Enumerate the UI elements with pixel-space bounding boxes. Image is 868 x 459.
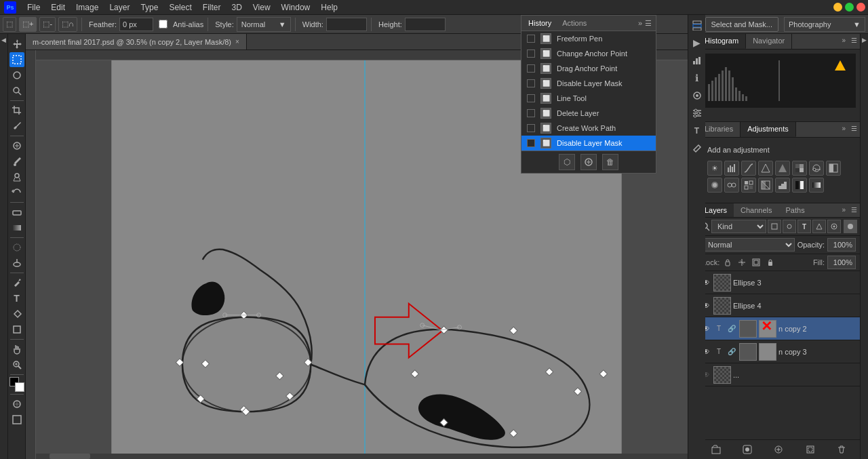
layer-row-ellipse3[interactable]: 👁 Ellipse 3: [698, 271, 860, 294]
add-group-btn[interactable]: [709, 443, 723, 456]
sidebar-adjust-icon[interactable]: [690, 106, 705, 121]
history-item-5[interactable]: ⬜ Delete Layer: [521, 106, 656, 121]
layer-row-ncopy2[interactable]: 👁 T 🔗 ✕ n copy 2: [698, 317, 860, 340]
navigator-tab[interactable]: Navigator: [746, 34, 792, 49]
history-item-3[interactable]: ⬜ Disable Layer Mask: [521, 76, 656, 91]
width-input[interactable]: [326, 18, 367, 31]
eraser-tool[interactable]: [9, 205, 24, 220]
blend-mode-select[interactable]: Normal: [702, 238, 795, 252]
maximize-button[interactable]: [845, 3, 854, 12]
history-checkbox-6[interactable]: [527, 124, 535, 132]
filter-smart-btn[interactable]: [827, 220, 841, 233]
eyedropper-tool[interactable]: [9, 119, 24, 134]
history-checkbox-3[interactable]: [527, 79, 535, 87]
menu-type[interactable]: Type: [135, 1, 163, 14]
anti-alias-checkbox[interactable]: [159, 20, 167, 28]
filter-adjust-btn[interactable]: [783, 220, 796, 233]
sidebar-play-icon[interactable]: ▶: [690, 35, 705, 50]
top-panel-menu[interactable]: ☰: [848, 34, 860, 49]
menu-select[interactable]: Select: [163, 1, 197, 14]
menu-window[interactable]: Window: [276, 1, 316, 14]
menu-help[interactable]: Help: [315, 1, 343, 14]
layers-panel-options[interactable]: »: [839, 203, 848, 217]
lasso-tool[interactable]: [9, 68, 24, 83]
adj-bw-icon[interactable]: [826, 161, 841, 176]
menu-image[interactable]: Image: [71, 1, 104, 14]
layers-panel-menu[interactable]: ☰: [848, 203, 860, 217]
adj-curves-icon[interactable]: [741, 161, 756, 176]
workspace-dropdown[interactable]: Photography ▼: [784, 17, 865, 32]
shape-tool[interactable]: [9, 322, 24, 337]
delete-layer-btn[interactable]: [835, 443, 848, 456]
layer-row-ncopy3[interactable]: 👁 T 🔗 n copy 3: [698, 340, 860, 363]
adj-channelmixer-icon[interactable]: [724, 178, 739, 193]
add-layer-btn[interactable]: [804, 443, 817, 456]
history-checkbox-5[interactable]: [527, 109, 535, 117]
filter-shape-btn[interactable]: [812, 220, 826, 233]
adj-panel-options[interactable]: »: [839, 122, 848, 137]
channels-tab-btn[interactable]: Channels: [734, 203, 778, 217]
history-panel-options[interactable]: ☰: [645, 19, 652, 28]
paths-tab-btn[interactable]: Paths: [779, 203, 812, 217]
healing-brush-tool[interactable]: [9, 138, 24, 153]
adj-photofilter-icon[interactable]: [707, 178, 722, 193]
sidebar-type-icon[interactable]: T: [690, 123, 705, 138]
quick-mask-btn[interactable]: [9, 397, 24, 412]
layer-row-ellipse4[interactable]: 👁 Ellipse 4: [698, 294, 860, 317]
brush-tool[interactable]: [9, 154, 24, 169]
actions-tab[interactable]: Actions: [559, 18, 589, 28]
sidebar-layers-icon[interactable]: [690, 18, 705, 33]
adj-exposure-icon[interactable]: [758, 161, 773, 176]
new-selection-btn[interactable]: ⬚: [3, 17, 16, 32]
menu-file[interactable]: File: [22, 1, 45, 14]
delete-state-btn[interactable]: 🗑: [602, 154, 618, 170]
adjustments-tab[interactable]: Adjustments: [741, 122, 796, 137]
add-selection-btn[interactable]: ⬚+: [19, 17, 37, 32]
menu-filter[interactable]: Filter: [197, 1, 226, 14]
menu-layer[interactable]: Layer: [104, 1, 135, 14]
filter-type-btn[interactable]: T: [797, 220, 811, 233]
adj-levels-icon[interactable]: [724, 161, 739, 176]
lock-artboard-btn[interactable]: [750, 256, 762, 268]
crop-tool[interactable]: [9, 103, 24, 118]
filter-pixel-btn[interactable]: [768, 220, 781, 233]
sidebar-histogram-icon[interactable]: [690, 53, 705, 68]
history-item-0[interactable]: ⬜ Freeform Pen: [521, 31, 656, 46]
intersect-selection-btn[interactable]: ⬚∩: [58, 17, 77, 32]
lock-position-btn[interactable]: [736, 256, 748, 268]
fill-input[interactable]: [827, 256, 856, 269]
top-panel-options[interactable]: »: [839, 34, 848, 49]
history-item-2[interactable]: ⬜ Drag Anchor Point: [521, 61, 656, 76]
blur-tool[interactable]: [9, 240, 24, 255]
layer-filter-toggle[interactable]: [844, 220, 857, 233]
adj-invert-icon[interactable]: [758, 178, 773, 193]
clone-stamp-tool[interactable]: [9, 169, 24, 184]
dodge-tool[interactable]: [9, 256, 24, 271]
history-tab[interactable]: History: [526, 18, 554, 28]
horizontal-scrollbar[interactable]: [36, 454, 697, 459]
add-adjustment-layer-btn[interactable]: [772, 443, 785, 456]
right-collapse-btn[interactable]: ▶: [860, 34, 868, 459]
history-brush-tool[interactable]: [9, 185, 24, 200]
select-mask-button[interactable]: Select and Mask...: [705, 17, 779, 32]
sidebar-tools2-icon[interactable]: [690, 88, 705, 103]
add-mask-btn[interactable]: [741, 443, 754, 456]
path-select-tool[interactable]: [9, 306, 24, 321]
height-input[interactable]: [405, 18, 446, 31]
screen-mode-btn[interactable]: [9, 412, 24, 427]
adj-gradient-map-icon[interactable]: [809, 178, 824, 193]
quick-select-tool[interactable]: [9, 83, 24, 98]
menu-view[interactable]: View: [248, 1, 276, 14]
history-panel-menu[interactable]: »: [638, 19, 642, 28]
zoom-tool[interactable]: [9, 357, 24, 372]
text-tool[interactable]: T: [9, 291, 24, 306]
opacity-input[interactable]: [827, 238, 856, 252]
create-new-document-btn[interactable]: [580, 154, 597, 170]
history-item-4[interactable]: ⬜ Line Tool: [521, 91, 656, 106]
move-tool[interactable]: [9, 37, 24, 52]
history-item-6[interactable]: ⬜ Create Work Path: [521, 121, 656, 136]
pen-tool[interactable]: [9, 275, 24, 290]
background-color[interactable]: [15, 382, 24, 392]
adj-threshold-icon[interactable]: [792, 178, 807, 193]
menu-3d[interactable]: 3D: [226, 1, 247, 14]
